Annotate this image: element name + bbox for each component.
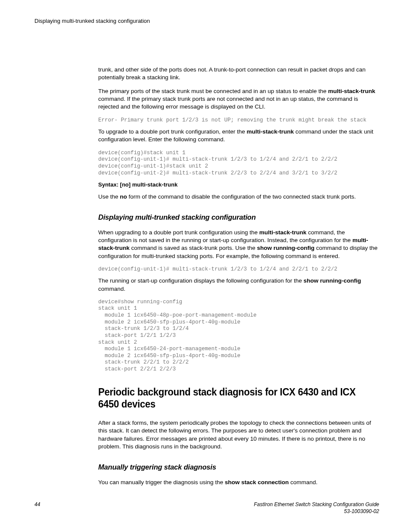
text: form of the command to disable the confi… <box>127 193 356 200</box>
cmd-show-running-config: show running-config <box>304 277 361 284</box>
para-intro-continuation: trunk, and other side of the ports does … <box>98 66 378 81</box>
para-displaying-config: When upgrading to a double port trunk co… <box>98 229 378 260</box>
text: Use the <box>98 193 120 200</box>
text: command. If the primary stack trunk port… <box>98 96 358 110</box>
main-content: trunk, and other side of the ports does … <box>98 66 378 487</box>
page-footer: 44 FastIron Ethernet Switch Stacking Con… <box>34 501 379 515</box>
text: The running or start-up configuration di… <box>98 277 304 284</box>
cmd-multi-stack-trunk: multi-stack-trunk <box>328 88 376 94</box>
code-error-msg: Error- Primary trunk port 1/2/3 is not U… <box>98 117 378 124</box>
code-show-running-output: device#show running-config stack unit 1 … <box>98 299 378 373</box>
heading-periodic-diagnosis: Periodic background stack diagnosis for … <box>98 386 367 411</box>
text: You can manually trigger the diagnosis u… <box>98 479 225 485</box>
code-config-example-1: device(config)#stack unit 1 device(confi… <box>98 150 378 177</box>
para-running-config: The running or start-up configuration di… <box>98 277 378 292</box>
running-header: Displaying multi-trunked stacking config… <box>34 17 379 25</box>
heading-manual-trigger: Manually triggering stack diagnosis <box>98 463 370 473</box>
code-config-example-2: device(config-unit-1)# multi-stack-trunk… <box>98 266 378 273</box>
footer-docnum: 53-1003090-02 <box>344 508 379 514</box>
text: command. <box>289 479 318 485</box>
para-periodic-diagnosis: After a stack forms, the system periodic… <box>98 419 378 451</box>
heading-displaying-config: Displaying multi-trunked stacking config… <box>98 213 370 223</box>
para-primary-ports: The primary ports of the stack trunk mus… <box>98 87 378 111</box>
para-upgrade: To upgrade to a double port trunk config… <box>98 128 378 143</box>
para-no-form: Use the no form of the command to disabl… <box>98 193 378 201</box>
text: The primary ports of the stack trunk mus… <box>98 88 328 94</box>
kw-no: no <box>120 193 127 200</box>
cmd-multi-stack-trunk: multi-stack-trunk <box>246 128 294 135</box>
page-number: 44 <box>34 501 40 508</box>
footer-title: FastIron Ethernet Switch Stacking Config… <box>254 501 379 507</box>
syntax-line: Syntax: [no] multi-stack-trunk <box>98 181 378 189</box>
cmd-show-stack-connection: show stack connection <box>225 479 289 485</box>
cmd-show-running-config: show running-config <box>257 245 314 251</box>
text: command is saved as stack-trunk ports. U… <box>130 245 257 251</box>
text: command. <box>98 286 125 292</box>
text: To upgrade to a double port trunk config… <box>98 128 246 135</box>
para-manual-trigger: You can manually trigger the diagnosis u… <box>98 479 378 486</box>
text: When upgrading to a double port trunk co… <box>98 229 259 236</box>
cmd-multi-stack-trunk: multi-stack-trunk <box>259 229 307 236</box>
